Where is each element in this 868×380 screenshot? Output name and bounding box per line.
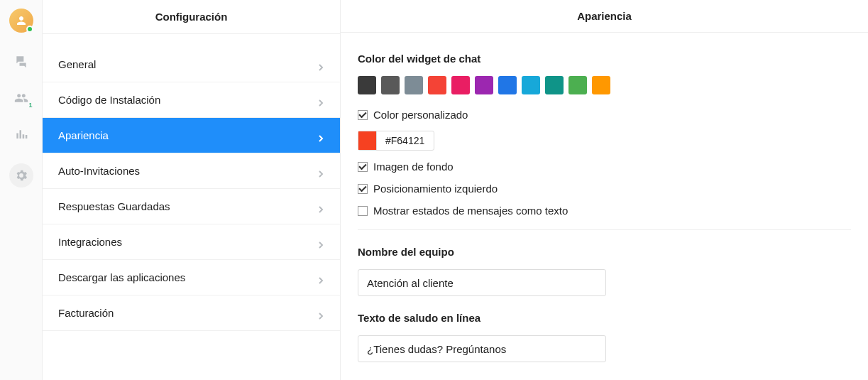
color-swatch-8[interactable]	[545, 76, 564, 94]
chevron-right-icon	[317, 168, 324, 175]
settings-item-label: Respuestas Guardadas	[58, 200, 170, 212]
settings-item-label: General	[58, 58, 96, 70]
settings-item-label: Auto-Invitaciones	[58, 165, 140, 177]
settings-item-label: Apariencia	[58, 129, 109, 141]
color-swatch-4[interactable]	[451, 76, 470, 94]
settings-list: GeneralCódigo de InstalaciónAparienciaAu…	[43, 34, 340, 331]
left-pos-label: Posicionamiento izquierdo	[373, 183, 498, 195]
greeting-title: Texto de saludo en línea	[358, 312, 851, 324]
custom-color-label: Color personalizado	[373, 109, 468, 121]
color-swatch-0[interactable]	[358, 76, 376, 94]
color-preview-swatch	[358, 131, 377, 150]
bg-image-label: Imagen de fondo	[373, 161, 454, 173]
left-pos-checkbox[interactable]	[358, 184, 368, 194]
settings-item-label: Código de Instalación	[58, 94, 160, 106]
main-header: Apariencia	[341, 0, 868, 33]
settings-item-3[interactable]: Auto-Invitaciones	[43, 153, 340, 189]
color-swatch-6[interactable]	[498, 76, 517, 94]
chevron-right-icon	[317, 97, 324, 104]
greeting-input[interactable]: ¿Tienes dudas? Pregúntanos	[358, 335, 606, 362]
show-states-label: Mostrar estados de mensajes como texto	[373, 205, 568, 217]
contacts-icon[interactable]: 1	[13, 89, 30, 107]
settings-item-label: Descargar las aplicaciones	[58, 271, 185, 283]
section-divider	[358, 229, 851, 230]
color-swatch-7[interactable]	[522, 76, 540, 94]
custom-color-input[interactable]: #F64121	[358, 131, 434, 151]
team-name-title: Nombre del equipo	[358, 246, 851, 258]
widget-color-title: Color del widget de chat	[358, 53, 851, 65]
color-hex-value[interactable]: #F64121	[377, 131, 434, 150]
settings-item-1[interactable]: Código de Instalación	[43, 82, 340, 118]
color-swatch-2[interactable]	[405, 76, 423, 94]
color-swatch-3[interactable]	[428, 76, 446, 94]
custom-color-checkbox[interactable]	[358, 110, 368, 120]
chevron-right-icon	[317, 203, 324, 210]
settings-header: Configuración	[43, 0, 340, 34]
chevron-right-icon	[317, 310, 324, 317]
contacts-badge: 1	[28, 102, 32, 109]
left-pos-row: Posicionamiento izquierdo	[358, 183, 851, 195]
nav-rail: 1	[0, 0, 43, 380]
team-name-input[interactable]: Atención al cliente	[358, 269, 606, 296]
main-column: Apariencia Color del widget de chat Colo…	[341, 0, 868, 380]
chevron-right-icon	[317, 274, 324, 281]
settings-item-6[interactable]: Descargar las aplicaciones	[43, 260, 340, 295]
custom-color-row: Color personalizado	[358, 109, 851, 121]
settings-item-7[interactable]: Facturación	[43, 295, 340, 331]
settings-item-4[interactable]: Respuestas Guardadas	[43, 189, 340, 224]
settings-item-label: Facturación	[58, 307, 114, 319]
chevron-right-icon	[317, 132, 324, 139]
settings-item-0[interactable]: General	[43, 47, 340, 82]
settings-item-label: Integraciones	[58, 236, 122, 248]
bg-image-checkbox[interactable]	[358, 162, 368, 172]
chats-icon[interactable]	[13, 53, 30, 70]
settings-column: Configuración GeneralCódigo de Instalaci…	[43, 0, 341, 380]
status-dot-online	[26, 26, 33, 33]
color-swatch-5[interactable]	[475, 76, 493, 94]
show-states-checkbox[interactable]	[358, 206, 368, 216]
color-swatch-9[interactable]	[568, 76, 587, 94]
user-avatar[interactable]	[9, 9, 33, 33]
chevron-right-icon	[317, 61, 324, 68]
chevron-right-icon	[317, 239, 324, 246]
color-swatch-1[interactable]	[381, 76, 400, 94]
color-swatches	[358, 76, 851, 94]
settings-item-2[interactable]: Apariencia	[43, 118, 340, 153]
settings-item-5[interactable]: Integraciones	[43, 224, 340, 260]
show-states-row: Mostrar estados de mensajes como texto	[358, 205, 851, 217]
stats-icon[interactable]	[13, 126, 30, 143]
color-swatch-10[interactable]	[592, 76, 610, 94]
settings-icon[interactable]	[9, 163, 33, 188]
main-body: Color del widget de chat Color personali…	[341, 33, 868, 380]
bg-image-row: Imagen de fondo	[358, 161, 851, 173]
